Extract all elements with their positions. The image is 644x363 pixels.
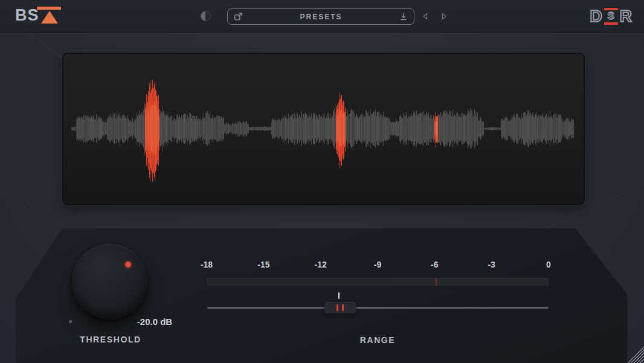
db-tick-label: -18	[201, 260, 213, 269]
preset-bar[interactable]: PRESETS	[227, 8, 414, 25]
threshold-value: -20.0 dB	[137, 316, 172, 327]
header-bar: BS PRESETS	[0, 0, 644, 32]
db-scale: -18 -15 -12 -9 -6 -3 0	[207, 260, 549, 270]
dsr-letter-d: D	[590, 7, 602, 25]
range-slider-track[interactable]	[207, 307, 549, 309]
next-preset-icon[interactable]	[440, 12, 448, 21]
handle-grip-mark	[336, 304, 338, 311]
range-slider-handle[interactable]	[324, 302, 356, 313]
db-tick-label: -6	[431, 260, 438, 269]
plugin-window: BS PRESETS	[0, 0, 644, 363]
range-label: RANGE	[360, 335, 396, 345]
db-tick-label: 0	[546, 260, 551, 269]
waveform-display	[62, 53, 585, 205]
db-tick-label: -9	[374, 260, 381, 269]
threshold-knob[interactable]	[72, 244, 147, 320]
resize-grip[interactable]	[627, 346, 644, 363]
waveform-canvas	[63, 54, 584, 204]
range-slider-tick	[338, 292, 340, 299]
dsr-logo-s-mark-icon: S	[604, 8, 618, 25]
bsa-logo-mark-icon	[40, 6, 62, 25]
db-tick-label: -3	[488, 260, 495, 269]
save-preset-icon[interactable]	[399, 12, 408, 21]
db-tick-label: -15	[257, 260, 269, 269]
presets-label[interactable]: PRESETS	[243, 13, 399, 21]
handle-grip-mark	[342, 304, 344, 311]
level-meter	[207, 278, 549, 286]
previous-preset-icon[interactable]	[421, 12, 430, 21]
dsr-logo: D S R	[590, 7, 632, 25]
knob-min-marker	[69, 320, 72, 323]
bsa-logo: BS	[15, 6, 62, 25]
contrast-toggle-icon[interactable]	[201, 11, 211, 21]
bsa-logo-text: BS	[15, 6, 39, 24]
meter-peak-marker	[436, 278, 437, 286]
dsr-letter-r: R	[620, 7, 632, 25]
export-preset-icon[interactable]	[234, 12, 243, 21]
db-tick-label: -12	[315, 260, 327, 269]
knob-indicator-dot	[125, 262, 131, 268]
threshold-label: THRESHOLD	[80, 335, 141, 344]
